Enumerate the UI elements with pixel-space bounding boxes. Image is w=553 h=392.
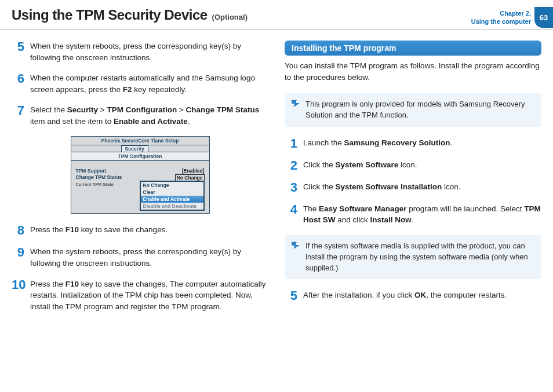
text: and click — [336, 215, 370, 224]
step-number: 1 — [285, 137, 297, 150]
text: icon. — [398, 160, 417, 169]
bios-label: Change TPM Status — [76, 174, 122, 181]
text: > — [177, 105, 185, 114]
text: , the computer restarts. — [426, 291, 507, 299]
text: > — [98, 105, 107, 114]
text: Click the — [303, 160, 336, 169]
text: Click the — [303, 182, 336, 191]
bios-body: TPM Support [Enabled] Change TPM Status … — [71, 161, 209, 213]
step-text: Click the System Software Installation i… — [303, 181, 461, 194]
bios-screenshot: Phoenix SecureCore Tiano Setup Security … — [71, 136, 210, 214]
text: . — [450, 138, 453, 147]
menu-path: Change TPM Status — [186, 105, 260, 114]
right-step-3: 3 Click the System Software Installation… — [285, 181, 541, 194]
note-box: This program is only provided for models… — [285, 93, 541, 127]
menu-path: TPM Configuration — [107, 105, 177, 114]
bios-option-selected: Enable and Activate — [141, 196, 203, 203]
note-icon — [290, 241, 301, 249]
text: icon. — [442, 182, 460, 191]
step-number: 10 — [12, 279, 24, 313]
note-box: If the system software media is supplied… — [285, 235, 541, 280]
button-name: Install Now — [370, 215, 412, 224]
step-6: 6 When the computer restarts automatical… — [12, 72, 268, 95]
chapter-badge: Chapter 2. Using the computer 63 — [471, 7, 553, 28]
key-name: F10 — [66, 225, 79, 234]
step-9: 9 When the system reboots, press the cor… — [12, 246, 268, 269]
step-number: 8 — [12, 224, 24, 237]
text: Press the — [30, 280, 66, 288]
bios-value: [Enabled] — [182, 168, 205, 174]
bios-section-title: TPM Configuration — [71, 152, 209, 161]
bios-option: Disable and Deactivate — [141, 203, 203, 210]
step-text: After the installation, if you click OK,… — [303, 290, 507, 302]
chapter-line2: Using the computer — [471, 17, 531, 25]
step-number: 5 — [12, 41, 24, 63]
note-text: This program is only provided for models… — [305, 100, 525, 119]
text: key to save the changes. — [79, 225, 168, 234]
text: After the installation, if you click — [303, 291, 414, 299]
step-number: 2 — [285, 159, 297, 172]
bios-option: No Change — [141, 182, 203, 189]
program-name: Samsung Recovery Solution — [344, 138, 450, 147]
right-step-5: 5 After the installation, if you click O… — [285, 290, 541, 302]
bios-option: Clear — [141, 189, 203, 196]
page-title-optional: (Optional) — [212, 13, 248, 21]
step-number: 7 — [12, 104, 24, 127]
page-number: 63 — [534, 7, 553, 28]
bios-tabbar: Security — [71, 145, 209, 152]
text: . — [188, 117, 190, 126]
bios-dropdown: No Change Clear Enable and Activate Disa… — [140, 181, 205, 211]
step-text: When the computer restarts automatically… — [30, 72, 268, 95]
step-text: Launch the Samsung Recovery Solution. — [303, 137, 452, 150]
right-step-2: 2 Click the System Software icon. — [285, 159, 541, 172]
step-10: 10 Press the F10 key to save the changes… — [12, 279, 268, 313]
page-title: Using the TPM Security Device — [12, 7, 208, 23]
note-icon — [290, 99, 301, 107]
text: . — [412, 215, 414, 224]
text: item and set the item to — [30, 117, 114, 126]
step-text: Select the Security > TPM Configuration … — [30, 104, 268, 127]
key-name: F2 — [123, 85, 132, 94]
text: Press the — [30, 225, 66, 234]
bios-title: Phoenix SecureCore Tiano Setup — [71, 137, 209, 145]
right-step-1: 1 Launch the Samsung Recovery Solution. — [285, 137, 541, 150]
step-7: 7 Select the Security > TPM Configuratio… — [12, 104, 268, 127]
menu-path: Security — [67, 105, 98, 114]
text: Launch the — [303, 138, 344, 147]
step-number: 4 — [285, 203, 297, 226]
setting-value: Enable and Activate — [114, 117, 188, 126]
step-number: 5 — [285, 290, 297, 302]
key-name: F10 — [66, 280, 79, 288]
right-step-4: 4 The Easy Software Manager program will… — [285, 203, 541, 226]
left-column: 5 When the system reboots, press the cor… — [12, 41, 268, 321]
section-heading: Installing the TPM program — [285, 41, 541, 56]
step-text: When the system reboots, press the corre… — [30, 41, 268, 63]
step-text: The Easy Software Manager program will b… — [303, 203, 541, 226]
ui-name: System Software Installation — [336, 182, 442, 191]
bios-label: Current TPM State — [76, 182, 114, 187]
bios-tab-security: Security — [121, 145, 149, 152]
text: The — [303, 204, 319, 213]
step-5: 5 When the system reboots, press the cor… — [12, 41, 268, 63]
program-name: Easy Software Manager — [319, 204, 407, 213]
text: Select the — [30, 105, 67, 114]
section-intro: You can install the TPM program as follo… — [285, 60, 541, 83]
step-text: Click the System Software icon. — [303, 159, 417, 172]
text: key repeatedly. — [132, 85, 187, 94]
right-column: Installing the TPM program You can insta… — [285, 41, 541, 321]
step-number: 6 — [12, 72, 24, 95]
step-number: 9 — [12, 246, 24, 269]
chapter-line1: Chapter 2. — [471, 9, 531, 17]
ui-name: System Software — [336, 160, 399, 169]
step-8: 8 Press the F10 key to save the changes. — [12, 224, 268, 237]
bios-label: TPM Support — [76, 168, 107, 174]
step-text: When the system reboots, press the corre… — [30, 246, 268, 269]
note-text: If the system software media is supplied… — [305, 241, 528, 272]
step-text: Press the F10 key to save the changes. — [30, 224, 168, 237]
page-header: Using the TPM Security Device (Optional)… — [0, 0, 553, 30]
step-text: Press the F10 key to save the changes. T… — [30, 279, 268, 313]
step-number: 3 — [285, 181, 297, 194]
button-name: OK — [414, 291, 426, 299]
text: program will be launched. Select — [407, 204, 525, 213]
